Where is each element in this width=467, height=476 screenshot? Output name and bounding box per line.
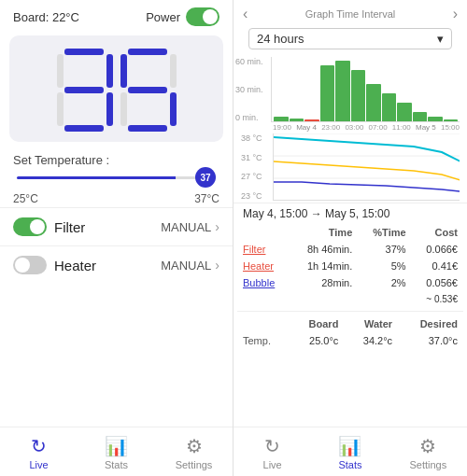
filter-chevron[interactable]: › xyxy=(215,219,219,234)
heater-stat-time: 1h 14min. xyxy=(290,258,358,274)
slider-container[interactable]: 37 xyxy=(13,176,219,179)
bar-5 xyxy=(335,61,350,121)
bar-11 xyxy=(428,117,443,121)
interval-selector: 24 hours ▾ xyxy=(241,26,460,51)
bar-x-labels: 19:00 May 4 23:00 03:00 07:00 11:00 May … xyxy=(273,123,460,132)
seg-e xyxy=(120,92,127,126)
filter-left: Filter xyxy=(13,217,85,236)
set-temp-label: Set Temperature : xyxy=(13,153,219,167)
right-live-icon: ↻ xyxy=(264,435,280,457)
left-nav-stats[interactable]: 📊 Stats xyxy=(78,427,155,476)
bar-12 xyxy=(444,119,459,121)
slider-min: 25°C xyxy=(13,192,38,205)
seg-f xyxy=(57,54,64,88)
board-water-table: Board Water Desired Temp. 25.0°c 34.2°c … xyxy=(237,315,463,349)
board-temp: Board: 22°C xyxy=(13,10,79,24)
bubble-stat-name: Bubble xyxy=(237,274,290,291)
live-icon: ↻ xyxy=(31,435,47,457)
slider-thumb[interactable]: 37 xyxy=(195,167,216,188)
right-header: ‹ Graph Time Interval › xyxy=(234,0,467,26)
dropdown-chevron: ▾ xyxy=(437,32,444,46)
stats-content: Time %Time Cost Filter 8h 46min. 37% 0.0… xyxy=(234,224,467,349)
col-cost: Cost xyxy=(412,224,463,241)
heater-stat-pct: 5% xyxy=(358,258,411,274)
right-settings-icon: ⚙ xyxy=(419,435,436,457)
digit-5 xyxy=(120,49,177,133)
set-temp-section: Set Temperature : 37 25°C 37°C xyxy=(0,147,233,207)
col-name xyxy=(237,224,290,241)
bw-desired-val: 37.0°c xyxy=(398,332,463,349)
heater-stat-row: Heater 1h 14min. 5% 0.41€ xyxy=(237,258,463,274)
heater-stat-name: Heater xyxy=(237,258,290,274)
seg-c xyxy=(106,92,113,126)
bar-3 xyxy=(304,119,319,121)
right-nav-live-label: Live xyxy=(263,459,282,470)
stats-icon: 📊 xyxy=(105,435,128,457)
bw-water-val: 34.2°c xyxy=(344,332,398,349)
right-bottom-nav: ↻ Live 📊 Stats ⚙ Settings xyxy=(234,427,467,476)
settings-icon: ⚙ xyxy=(186,435,203,457)
digit-3 xyxy=(57,49,113,133)
power-section: Power xyxy=(146,7,219,26)
right-stats-icon: 📊 xyxy=(338,435,361,457)
temperature-display xyxy=(9,35,223,142)
seg-b xyxy=(106,54,113,88)
filter-label: Filter xyxy=(54,219,85,235)
left-nav-stats-label: Stats xyxy=(105,459,128,470)
date-range: May 4, 15:00 → May 5, 15:00 xyxy=(234,203,467,224)
right-nav-settings[interactable]: ⚙ Settings xyxy=(389,427,467,476)
filter-stat-cost: 0.066€ xyxy=(412,241,463,258)
bubble-stat-time: 28min. xyxy=(290,274,358,291)
divider xyxy=(237,311,463,312)
bw-temp-label: Temp. xyxy=(237,332,290,349)
left-nav-live[interactable]: ↻ Live xyxy=(0,427,78,476)
right-nav-stats[interactable]: 📊 Stats xyxy=(311,427,389,476)
bw-board-val: 25.0°c xyxy=(290,332,344,349)
seg-g xyxy=(128,87,167,93)
right-nav-settings-label: Settings xyxy=(409,459,446,470)
heater-chevron[interactable]: › xyxy=(215,258,219,273)
bar-10 xyxy=(413,112,428,121)
slider-max: 37°C xyxy=(194,192,219,205)
next-interval-button[interactable]: › xyxy=(453,6,458,22)
heater-row[interactable]: Heater MANUAL › xyxy=(0,245,233,284)
left-nav-settings[interactable]: ⚙ Settings xyxy=(155,427,233,476)
right-nav-stats-label: Stats xyxy=(338,459,361,470)
interval-value: 24 hours xyxy=(257,32,304,46)
seg-g xyxy=(64,87,104,93)
heater-right: MANUAL › xyxy=(161,258,219,273)
right-panel: ‹ Graph Time Interval › 24 hours ▾ 60 mi… xyxy=(234,0,467,476)
bw-temp-row: Temp. 25.0°c 34.2°c 37.0°c xyxy=(237,332,463,349)
slider-track: 37 xyxy=(17,176,216,179)
heater-toggle[interactable] xyxy=(13,256,47,274)
line-chart-svg xyxy=(273,133,460,201)
power-label: Power xyxy=(146,10,180,24)
right-nav-live[interactable]: ↻ Live xyxy=(234,427,311,476)
bar-7 xyxy=(366,84,381,121)
bw-col-desired: Desired xyxy=(398,315,463,332)
col-pct: %Time xyxy=(358,224,411,241)
bar-1 xyxy=(274,117,289,121)
heater-stat-cost: 0.41€ xyxy=(412,258,463,274)
line-chart-inner: 38 °C 31 °C 27 °C 23 °C xyxy=(241,133,460,201)
seg-e xyxy=(57,92,64,126)
filter-toggle[interactable] xyxy=(13,217,47,236)
seg-b xyxy=(170,54,177,88)
bar-8 xyxy=(382,93,397,121)
power-toggle[interactable] xyxy=(186,7,219,26)
seg-a xyxy=(128,49,167,55)
filter-row[interactable]: Filter MANUAL › xyxy=(0,207,233,245)
bar-9 xyxy=(397,103,412,121)
seg-f xyxy=(120,54,127,88)
heater-mode: MANUAL xyxy=(161,259,211,273)
left-bottom-nav: ↻ Live 📊 Stats ⚙ Settings xyxy=(0,427,233,476)
bar-2 xyxy=(290,119,304,121)
seg-c xyxy=(170,92,177,126)
seg-d xyxy=(64,125,104,132)
interval-dropdown[interactable]: 24 hours ▾ xyxy=(248,28,452,49)
bar-y-labels: 60 min. 30 min. 0 min. xyxy=(235,57,263,122)
heater-label: Heater xyxy=(54,258,96,273)
slider-labels: 25°C 37°C xyxy=(13,192,219,205)
filter-mode: MANUAL xyxy=(161,220,211,234)
bw-col-water: Water xyxy=(344,315,398,332)
